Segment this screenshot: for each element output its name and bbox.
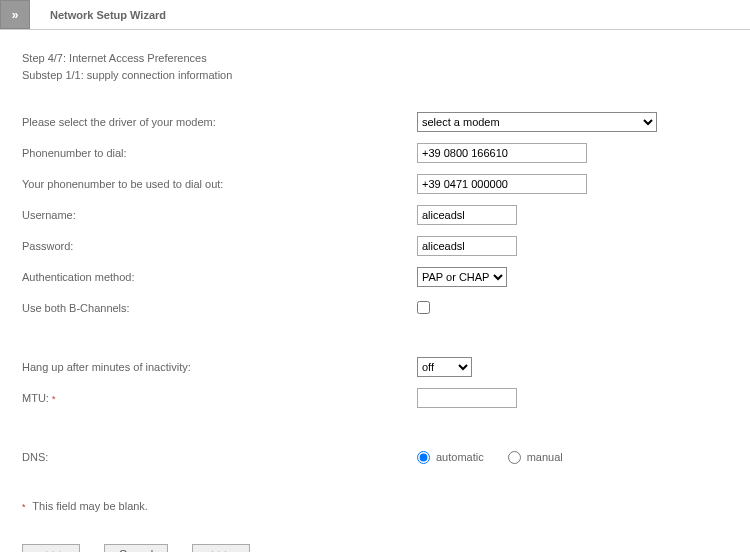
phone-dial-input[interactable]: [417, 143, 587, 163]
expand-sidebar-button[interactable]: »: [0, 0, 30, 29]
username-input[interactable]: [417, 205, 517, 225]
phone-out-label: Your phonenumber to be used to dial out:: [22, 178, 417, 190]
hangup-select[interactable]: off: [417, 357, 472, 377]
bchannels-label: Use both B-Channels:: [22, 302, 417, 314]
mtu-label: MTU:*: [22, 392, 417, 404]
password-input[interactable]: [417, 236, 517, 256]
next-button[interactable]: >>>: [192, 544, 250, 552]
auth-method-label: Authentication method:: [22, 271, 417, 283]
phone-dial-label: Phonenumber to dial:: [22, 147, 417, 159]
dns-auto-radio[interactable]: [417, 451, 430, 464]
dns-label: DNS:: [22, 451, 417, 463]
username-label: Username:: [22, 209, 417, 221]
auth-method-select[interactable]: PAP or CHAP: [417, 267, 507, 287]
bchannels-checkbox[interactable]: [417, 301, 430, 314]
cancel-button[interactable]: Cancel: [104, 544, 168, 552]
dns-auto-label: automatic: [436, 451, 484, 463]
blank-marker-icon: *: [52, 394, 56, 404]
blank-marker-icon: *: [22, 502, 26, 512]
phone-out-input[interactable]: [417, 174, 587, 194]
back-button[interactable]: <<<: [22, 544, 80, 552]
hangup-label: Hang up after minutes of inactivity:: [22, 361, 417, 373]
step-line: Step 4/7: Internet Access Preferences: [22, 50, 730, 67]
modem-select[interactable]: select a modem: [417, 112, 657, 132]
wizard-buttons: <<< Cancel >>>: [22, 544, 730, 552]
dns-manual-radio[interactable]: [508, 451, 521, 464]
password-label: Password:: [22, 240, 417, 252]
modem-label: Please select the driver of your modem:: [22, 116, 417, 128]
header-bar: » Network Setup Wizard: [0, 0, 750, 30]
page-title: Network Setup Wizard: [30, 0, 166, 29]
dns-manual-label: manual: [527, 451, 563, 463]
wizard-content: Step 4/7: Internet Access Preferences Su…: [0, 30, 750, 552]
step-info: Step 4/7: Internet Access Preferences Su…: [22, 50, 730, 83]
blank-footnote: * This field may be blank.: [22, 500, 730, 512]
substep-line: Substep 1/1: supply connection informati…: [22, 67, 730, 84]
mtu-input[interactable]: [417, 388, 517, 408]
